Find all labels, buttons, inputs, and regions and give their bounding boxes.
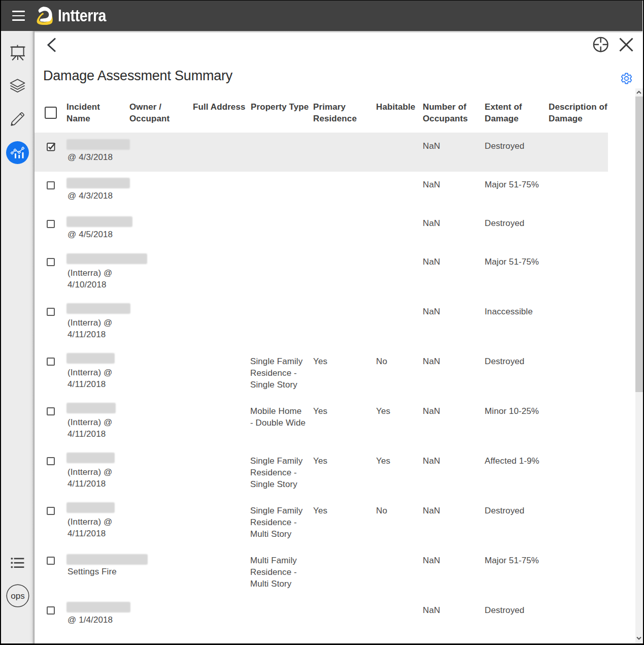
svg-text:ops: ops xyxy=(11,591,24,601)
